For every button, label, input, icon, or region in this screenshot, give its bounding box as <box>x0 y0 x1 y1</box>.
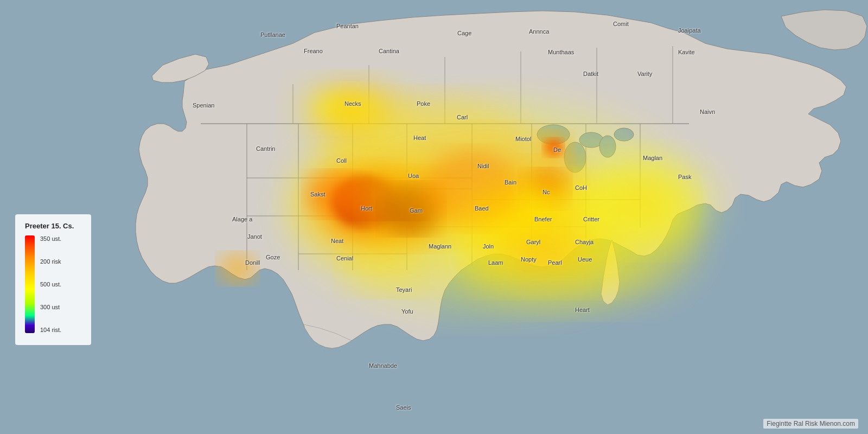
svg-point-46 <box>219 253 257 284</box>
map-container: PutllanaePeantanCageAnnncaComitJoaipataF… <box>0 0 868 434</box>
map-svg <box>0 0 868 434</box>
legend-label-item: 500 ust. <box>40 281 61 288</box>
legend-labels: 350 ust.200 risk500 ust.300 ust104 rist. <box>40 235 61 333</box>
legend-label-item: 104 rist. <box>40 327 61 333</box>
legend-gradient: 350 ust.200 risk500 ust.300 ust104 rist. <box>25 235 81 333</box>
legend-title: Preeter 15. Cs. <box>25 222 81 230</box>
legend-label-item: 350 ust. <box>40 235 61 242</box>
gradient-bar <box>25 235 35 333</box>
legend-label-item: 200 risk <box>40 258 61 265</box>
legend-label-item: 300 ust <box>40 304 61 310</box>
legend: Preeter 15. Cs. 350 ust.200 risk500 ust.… <box>15 214 91 345</box>
svg-point-49 <box>439 179 700 309</box>
watermark: Fiegintte Ral Risk Mienon.com <box>763 419 858 429</box>
